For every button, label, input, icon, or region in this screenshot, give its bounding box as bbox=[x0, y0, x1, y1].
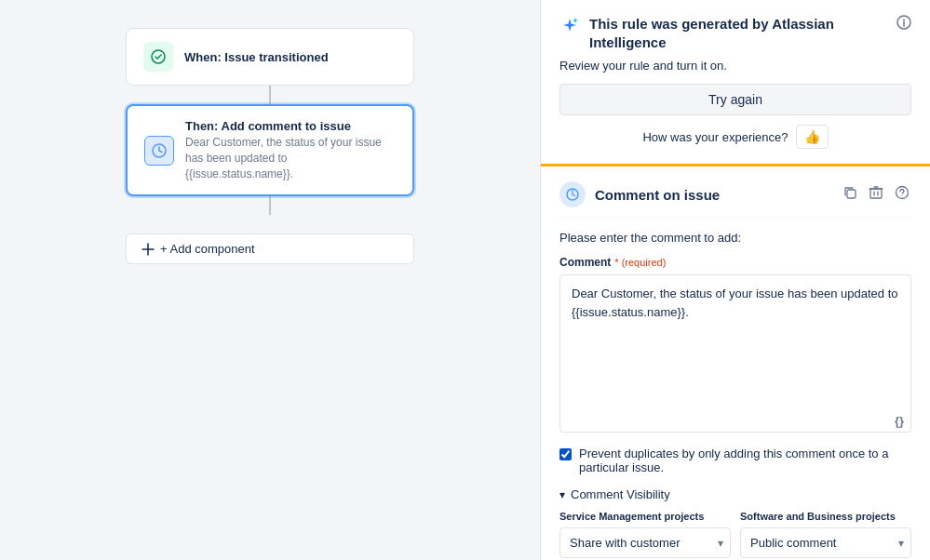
when-card-text: When: Issue transitioned bbox=[184, 50, 329, 64]
comment-label-row: Comment * (required) bbox=[559, 256, 911, 269]
try-again-button[interactable]: Try again bbox=[559, 84, 911, 115]
comment-section-icon bbox=[559, 181, 586, 207]
then-card-text: Then: Add comment to issue Dear Customer… bbox=[185, 119, 396, 181]
prevent-duplicates-row: Prevent duplicates by only adding this c… bbox=[559, 447, 911, 474]
info-icon[interactable] bbox=[896, 15, 911, 33]
ai-banner: This rule was generated by Atlassian Int… bbox=[541, 0, 930, 167]
prevent-duplicates-checkbox[interactable] bbox=[559, 448, 572, 460]
ai-banner-description: Review your rule and turn it on. bbox=[559, 59, 911, 73]
software-business-col: Software and Business projects Public co… bbox=[740, 511, 911, 558]
software-business-select[interactable]: Public comment Internal note bbox=[740, 527, 911, 558]
then-card-icon bbox=[144, 136, 174, 166]
comment-field-label: Comment bbox=[559, 256, 611, 269]
service-management-select[interactable]: Share with customer Internal note Public… bbox=[559, 527, 731, 558]
ai-sparkle-icon bbox=[559, 17, 580, 40]
required-badge: * (required) bbox=[614, 257, 666, 268]
comment-textarea[interactable] bbox=[559, 274, 911, 433]
section-header: Comment on issue bbox=[559, 181, 911, 218]
visibility-body: Service Management projects Share with c… bbox=[559, 511, 911, 558]
software-business-select-wrapper: Public comment Internal note ▾ bbox=[740, 527, 911, 558]
svg-point-6 bbox=[896, 187, 909, 199]
connector-line-1 bbox=[269, 86, 271, 104]
service-management-col-label: Service Management projects bbox=[559, 511, 731, 522]
textarea-wrapper: {} bbox=[559, 274, 911, 435]
service-management-col: Service Management projects Share with c… bbox=[559, 511, 731, 558]
visibility-label: Comment Visibility bbox=[571, 487, 670, 501]
when-card-title: When: Issue transitioned bbox=[184, 50, 329, 64]
ai-banner-header: This rule was generated by Atlassian Int… bbox=[559, 15, 911, 51]
prevent-duplicates-label: Prevent duplicates by only adding this c… bbox=[579, 447, 911, 474]
help-icon-button[interactable] bbox=[893, 183, 911, 206]
comment-section: Comment on issue bbox=[541, 167, 930, 560]
svg-rect-5 bbox=[870, 189, 882, 198]
add-component-label: + Add component bbox=[160, 242, 255, 256]
when-card[interactable]: When: Issue transitioned bbox=[126, 28, 414, 86]
comment-section-title: Comment on issue bbox=[595, 187, 831, 203]
left-panel: When: Issue transitioned Then: Add comme… bbox=[0, 0, 540, 560]
svg-rect-4 bbox=[847, 190, 856, 198]
chevron-down-icon: ▾ bbox=[559, 488, 565, 501]
experience-label: How was your experience? bbox=[642, 130, 788, 144]
visibility-section: ▾ Comment Visibility Service Management … bbox=[559, 487, 911, 558]
template-variables-icon[interactable]: {} bbox=[895, 414, 904, 428]
software-business-col-label: Software and Business projects bbox=[740, 511, 911, 522]
copy-icon-button[interactable] bbox=[841, 183, 859, 206]
service-management-select-wrapper: Share with customer Internal note Public… bbox=[559, 527, 731, 558]
experience-row: How was your experience? 👍 bbox=[559, 125, 911, 149]
visibility-toggle[interactable]: ▾ Comment Visibility bbox=[559, 487, 911, 501]
comment-description: Please enter the comment to add: bbox=[559, 231, 911, 245]
ai-banner-title: This rule was generated by Atlassian Int… bbox=[589, 15, 887, 51]
section-actions bbox=[841, 183, 911, 206]
svg-point-7 bbox=[902, 195, 903, 196]
right-panel: This rule was generated by Atlassian Int… bbox=[540, 0, 930, 560]
add-component-button[interactable]: + Add component bbox=[126, 233, 414, 264]
visibility-columns: Service Management projects Share with c… bbox=[559, 511, 911, 558]
when-card-icon bbox=[143, 42, 173, 72]
flow-container: When: Issue transitioned Then: Add comme… bbox=[126, 28, 414, 264]
then-card[interactable]: Then: Add comment to issue Dear Customer… bbox=[126, 104, 414, 196]
delete-icon-button[interactable] bbox=[867, 183, 885, 206]
then-card-title: Then: Add comment to issue bbox=[185, 119, 396, 133]
thumbs-up-button[interactable]: 👍 bbox=[796, 125, 829, 149]
then-card-subtitle: Dear Customer, the status of your issue … bbox=[185, 135, 396, 181]
plus-icon bbox=[142, 243, 155, 256]
connector-line-2 bbox=[269, 196, 271, 215]
